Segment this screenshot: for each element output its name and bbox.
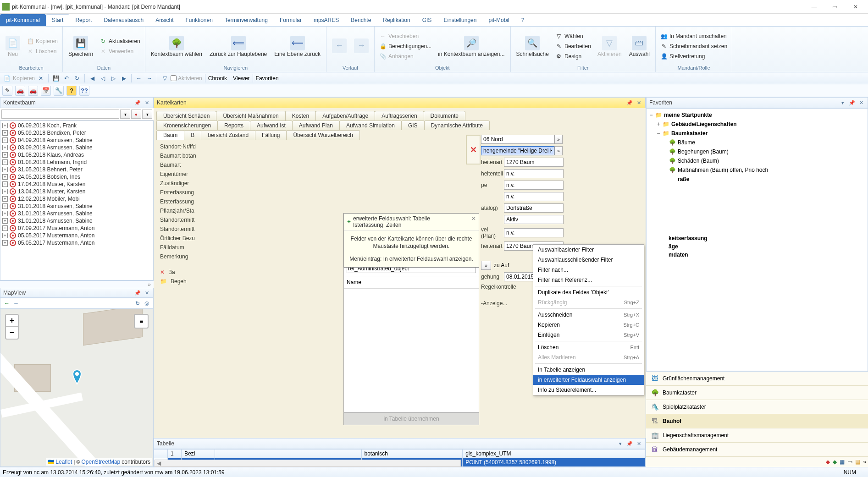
tree-item[interactable]: +05.05.2017 Mustermann, Anton xyxy=(2,239,151,247)
field-nv[interactable] xyxy=(504,192,564,201)
move-button[interactable]: ↔Verschieben xyxy=(377,32,433,41)
ctx-menu-item[interactable]: Filter nach Referenz... xyxy=(533,275,644,285)
scroll-left-icon[interactable]: ◀ xyxy=(155,460,163,466)
tree-item[interactable]: +01.08.2018 Lehmann, Ingrid xyxy=(2,159,151,166)
menu-tab-start[interactable]: Start xyxy=(46,14,69,26)
back-main-button[interactable]: ⟸Zurück zur Hauptebene xyxy=(207,35,270,58)
kartei-tab[interactable]: Übersicht Schäden xyxy=(156,111,216,121)
save-button[interactable]: 💾Speichern xyxy=(66,35,96,58)
kartei-tab[interactable]: B xyxy=(184,130,201,140)
kartei-tab[interactable]: Auftragsserien xyxy=(375,111,424,121)
ctx-menu-item[interactable]: EinfügenStrg+V xyxy=(533,330,644,340)
iconbar-btn-3[interactable]: 🚗 xyxy=(28,86,38,96)
selection-button[interactable]: 🗃Auswahl xyxy=(626,35,652,58)
maximize-button[interactable]: ▭ xyxy=(824,0,845,13)
ctx-menu-item[interactable]: RückgängigStrg+Z xyxy=(533,297,644,307)
lookup-btn[interactable]: » xyxy=(554,146,563,155)
attach-button[interactable]: 📎Anhängen xyxy=(377,52,433,61)
expand-btn[interactable]: » xyxy=(481,261,491,270)
tree-more-icon[interactable]: » xyxy=(145,281,154,288)
pin-icon[interactable]: 📌 xyxy=(134,99,141,106)
ctx-menu-item[interactable]: in erweiterter Feldauswahl anzeigen xyxy=(533,375,644,385)
menu-tab-mpsares[interactable]: mpsARES xyxy=(308,14,345,26)
field-heitenart[interactable] xyxy=(504,158,564,167)
quicksearch-button[interactable]: 🔍Schnellsuche xyxy=(514,35,552,58)
tb-new-icon[interactable]: 📄 xyxy=(2,74,11,83)
tree-search-dd3[interactable]: ▾ xyxy=(142,110,152,119)
tb-nav3-icon[interactable]: ▷ xyxy=(109,74,118,83)
pin-icon[interactable]: 📌 xyxy=(848,99,856,106)
menu-tab-berichte[interactable]: Berichte xyxy=(345,14,377,26)
permissions-button[interactable]: 🔒Berechtigungen... xyxy=(377,42,433,51)
iconbar-btn-7[interactable]: ?? xyxy=(79,86,89,96)
kartei-tab[interactable]: Aufwand Ist xyxy=(250,121,293,130)
tb-filter-icon[interactable]: ▽ xyxy=(160,74,169,83)
kartei-tab[interactable]: GIS xyxy=(401,121,425,130)
copy-button[interactable]: 📋Kopieren xyxy=(25,37,60,46)
context-tree[interactable]: +06.09.2018 Koch, Frank+05.09.2018 Bendi… xyxy=(0,121,154,280)
zoom-out-button[interactable]: − xyxy=(6,327,18,339)
tree-item[interactable]: +31.01.2018 Asmussen, Sabine xyxy=(2,210,151,217)
menu-tab-replikation[interactable]: Replikation xyxy=(377,14,416,26)
ctx-menu-item[interactable]: Alles MarkierenStrg+A xyxy=(533,352,644,362)
app-tab[interactable]: pit-Kommunal xyxy=(0,14,46,26)
ctx-menu-item[interactable]: KopierenStrg+C xyxy=(533,320,644,330)
col-bezi[interactable]: Bezi xyxy=(182,450,215,458)
ctx-menu-item[interactable]: Info zu Steuerelement... xyxy=(533,385,644,395)
history-back-button[interactable]: ← xyxy=(329,38,349,55)
tb-favoriten[interactable]: Favoriten xyxy=(256,75,279,82)
field-nord[interactable] xyxy=(481,135,554,144)
map-fwd-icon[interactable]: → xyxy=(11,299,21,308)
menu-tab-report[interactable]: Report xyxy=(69,14,98,26)
field-heitenteil[interactable] xyxy=(504,169,564,178)
tree-item[interactable]: +01.08.2018 Klaus, Andreas xyxy=(2,151,151,159)
nav-item[interactable]: 🏗Bauhof xyxy=(646,414,868,428)
kartei-tab[interactable]: Fällung xyxy=(255,130,287,140)
kartei-tab[interactable]: Kronensicherungen xyxy=(156,121,218,130)
tb-nav2-icon[interactable]: ◁ xyxy=(98,74,107,83)
x-icon[interactable]: ✕ xyxy=(160,269,165,275)
kartei-tab[interactable]: Aufwand Plan xyxy=(292,121,340,130)
tb-refresh-icon[interactable]: ↻ xyxy=(72,74,82,83)
filter-design-button[interactable]: ⚙Design xyxy=(553,52,593,61)
nav-item[interactable]: 🏛Gebäudemanagement xyxy=(646,443,868,457)
iconbar-btn-5[interactable]: 🔧 xyxy=(54,86,64,96)
iconbar-btn-4[interactable]: 📅 xyxy=(41,86,51,96)
tb-back-icon[interactable]: ← xyxy=(134,74,144,83)
map-back-icon[interactable]: ← xyxy=(2,299,11,308)
nav-item[interactable]: 🖼Grünflächenmanagement xyxy=(646,372,868,386)
filter-edit-button[interactable]: ✎Bearbeiten xyxy=(553,42,593,51)
kartei-tab[interactable]: Übersicht Wurzelbereich xyxy=(286,130,360,140)
map-target-icon[interactable]: ◎ xyxy=(142,299,151,308)
ctx-menu-item[interactable]: In Tabelle anzeigen xyxy=(533,365,644,375)
new-button[interactable]: 📄Neu xyxy=(3,35,23,58)
nav-icon-5[interactable]: ▤ xyxy=(855,459,860,465)
history-fwd-button[interactable]: → xyxy=(351,38,371,55)
tb-nav1-icon[interactable]: ◀ xyxy=(88,74,97,83)
tree-search-dd2[interactable]: ● xyxy=(131,110,141,119)
switch-mandant-button[interactable]: 👥In Mandant umschalten xyxy=(658,32,729,41)
tree-item[interactable]: +31.01.2018 Asmussen, Sabine xyxy=(2,217,151,225)
close-icon[interactable]: ✕ xyxy=(143,289,150,296)
iconbar-btn-2[interactable]: 🚗 xyxy=(15,86,25,96)
col-botanisch[interactable]: botanisch xyxy=(361,450,463,458)
menu-tab-funktionen[interactable]: Funktionen xyxy=(180,14,219,26)
one-level-back-button[interactable]: ⟵Eine Ebene zurück xyxy=(271,35,323,58)
favoriten-tree[interactable]: −📁meine Startpunkte +📁Gebäude/Liegenscha… xyxy=(646,108,868,371)
close-icon[interactable]: ✕ xyxy=(471,215,476,222)
field-pe[interactable] xyxy=(504,181,564,190)
menu-tab-datenaustausch[interactable]: Datenaustausch xyxy=(98,14,149,26)
take-to-table-button[interactable]: in Tabelle übernehmen xyxy=(344,412,479,425)
tb-del-icon[interactable]: ✕ xyxy=(36,74,45,83)
nav-item[interactable]: 🏢Liegenschaftsmanagement xyxy=(646,428,868,443)
nav-item[interactable]: 🛝Spielplatzkataster xyxy=(646,400,868,414)
field-list[interactable] xyxy=(344,289,479,412)
tree-item[interactable]: +17.04.2018 Muster, Karsten xyxy=(2,181,151,188)
dropdown-icon[interactable]: ▾ xyxy=(839,99,846,106)
pin-icon[interactable]: 📌 xyxy=(626,99,633,106)
tree-item[interactable]: +03.09.2018 Asmussen, Sabine xyxy=(2,144,151,151)
tree-item[interactable]: +05.05.2017 Mustermann, Anton xyxy=(2,232,151,239)
kartei-tab[interactable]: Übersicht Maßnahmen xyxy=(216,111,285,121)
tree-search-dd1[interactable]: ▾ xyxy=(120,110,130,119)
tb-activate-checkbox[interactable] xyxy=(171,75,177,81)
